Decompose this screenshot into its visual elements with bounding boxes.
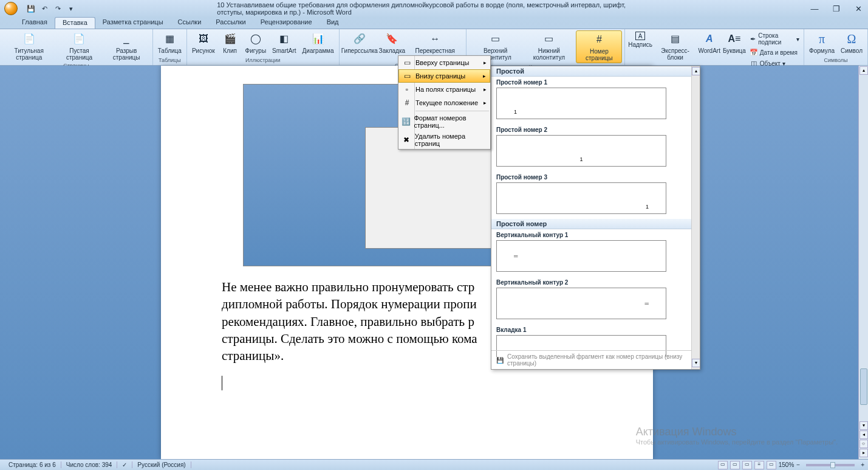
gallery-item-5[interactable]: Вертикальный контур 2 ═ <box>491 277 700 324</box>
dd-current-position[interactable]: #Текущее положение▸ <box>398 96 490 109</box>
dropcap-button[interactable]: A≡Буквица <box>722 30 747 55</box>
save-icon: 💾 <box>496 357 504 364</box>
status-proofing-icon[interactable]: ✓ <box>117 461 132 468</box>
table-icon: ▦ <box>162 32 177 46</box>
save-icon[interactable]: 💾 <box>26 3 36 14</box>
gallery-item-4[interactable]: Вертикальный контур 1 ═ <box>491 229 700 277</box>
gallery-item-3[interactable]: Простой номер 3 1 <box>491 171 700 219</box>
view-print-layout[interactable]: ▭ <box>718 461 728 469</box>
chevron-right-icon: ▸ <box>484 60 487 66</box>
bookmark-button[interactable]: 🔖Закладка <box>378 30 406 55</box>
scroll-thumb[interactable] <box>860 368 867 405</box>
wordart-icon: A <box>702 32 717 46</box>
browse-object-icon[interactable]: ○ <box>859 440 868 448</box>
break-icon: ⎯ <box>119 32 134 46</box>
wordart-button[interactable]: AWordArt <box>697 30 721 55</box>
bookmark-icon: 🔖 <box>384 32 399 46</box>
hyperlink-button[interactable]: 🔗Гиперссылка <box>342 30 378 55</box>
tab-review[interactable]: Рецензирование <box>253 17 320 29</box>
statusbar: Страница: 6 из 6 Число слов: 394 ✓ Русск… <box>0 459 868 470</box>
view-outline[interactable]: ≡ <box>754 461 764 469</box>
dd-top-of-page[interactable]: ▭Вверху страницы▸ <box>398 56 490 69</box>
gallery-item-1[interactable]: Простой номер 1 1 <box>491 77 700 124</box>
header-icon: ▭ <box>488 32 503 46</box>
close-button[interactable]: ✕ <box>851 3 866 14</box>
link-icon: 🔗 <box>352 32 367 46</box>
view-draft[interactable]: ▭ <box>767 461 776 469</box>
footer-button[interactable]: ▭Нижний колонтитул <box>523 30 575 62</box>
zoom-out-button[interactable]: − <box>796 461 800 468</box>
picture-button[interactable]: 🖼Рисунок <box>190 30 217 55</box>
view-fullscreen[interactable]: ▭ <box>730 461 740 469</box>
signature-line-button[interactable]: ✒Строка подписи ▾ <box>748 32 801 46</box>
shapes-button[interactable]: ◯Фигуры <box>243 30 268 55</box>
gallery-scrollbar[interactable]: ▴ ▾ <box>691 66 700 369</box>
chevron-right-icon: ▸ <box>484 86 487 92</box>
signature-icon: ✒ <box>750 35 756 43</box>
tab-view[interactable]: Вид <box>320 17 346 29</box>
clip-button[interactable]: 🎬Клип <box>219 30 242 55</box>
picture-icon: 🖼 <box>196 32 211 46</box>
remove-icon: ✖ <box>401 135 412 145</box>
minimize-button[interactable]: — <box>807 3 822 14</box>
page-break-button[interactable]: ⎯Разрыв страницы <box>103 30 150 62</box>
status-language[interactable]: Русский (Россия) <box>132 461 191 468</box>
tab-layout[interactable]: Разметка страницы <box>95 17 171 29</box>
crossref-icon: ↔ <box>428 32 442 46</box>
cover-page-button[interactable]: 📄Титульная страница <box>2 30 55 62</box>
clip-icon: 🎬 <box>223 32 238 46</box>
dd-format-numbers[interactable]: 🔢Формат номеров страниц... <box>398 112 490 131</box>
scroll-up-icon[interactable]: ▴ <box>692 67 700 75</box>
smartart-button[interactable]: ◧SmartArt <box>270 30 298 55</box>
tab-home[interactable]: Главная <box>15 17 55 29</box>
equation-button[interactable]: πФормула <box>807 30 837 55</box>
pagenum-gallery: Простой Простой номер 1 1 Простой номер … <box>491 66 700 370</box>
textbox-icon: A <box>635 32 645 40</box>
blank-page-button[interactable]: 📄Пустая страница <box>56 30 101 62</box>
textbox-button[interactable]: AНадпись <box>627 30 652 49</box>
quickparts-button[interactable]: ▤Экспресс-блоки <box>654 30 697 62</box>
dd-remove-numbers[interactable]: ✖Удалить номера страниц <box>398 131 490 149</box>
window-title: 10 Устанавливаем общие требования для оф… <box>217 1 651 16</box>
office-button[interactable] <box>0 0 22 17</box>
redo-icon[interactable]: ↷ <box>52 3 63 14</box>
scroll-down-icon[interactable]: ▾ <box>859 421 868 430</box>
zoom-level[interactable]: 150% <box>779 461 795 468</box>
qat-customize-icon[interactable]: ▾ <box>66 3 77 14</box>
next-page-icon[interactable]: ▸ <box>859 449 868 457</box>
maximize-button[interactable]: ❐ <box>829 3 844 14</box>
dd-page-margins[interactable]: ▫На полях страницы▸ <box>398 83 490 96</box>
format-icon: 🔢 <box>401 117 411 126</box>
gallery-save-selection[interactable]: 💾 Сохранить выделенный фрагмент как номе… <box>491 350 691 369</box>
symbol-button[interactable]: ΩСимвол <box>838 30 865 55</box>
calendar-icon: 📅 <box>750 48 758 57</box>
chart-button[interactable]: 📊Диаграмма <box>300 30 337 55</box>
page-top-icon: ▭ <box>401 58 413 67</box>
scroll-up-icon[interactable]: ▴ <box>859 66 868 75</box>
datetime-button[interactable]: 📅Дата и время <box>748 47 801 57</box>
zoom-slider[interactable] <box>806 464 855 466</box>
pos-icon: # <box>401 98 413 108</box>
status-words[interactable]: Число слов: 394 <box>61 461 118 468</box>
gallery-item-2[interactable]: Простой номер 2 1 <box>491 124 700 171</box>
table-button[interactable]: ▦Таблица <box>155 30 184 55</box>
tab-insert[interactable]: Вставка <box>55 17 95 29</box>
view-web[interactable]: ▭ <box>742 461 752 469</box>
prev-page-icon[interactable]: ◂ <box>859 430 868 439</box>
dd-bottom-of-page[interactable]: ▭Внизу страницы▸ <box>398 69 490 83</box>
pagenum-dropdown: ▭Вверху страницы▸ ▭Внизу страницы▸ ▫На п… <box>398 55 491 150</box>
vertical-scrollbar[interactable]: ▴ ▾ ◂ ○ ▸ <box>858 66 868 459</box>
tab-mail[interactable]: Рассылки <box>208 17 253 29</box>
undo-icon[interactable]: ↶ <box>39 3 50 14</box>
zoom-in-button[interactable]: + <box>861 461 864 468</box>
chevron-right-icon: ▸ <box>483 73 486 79</box>
scroll-down-icon[interactable]: ▾ <box>692 359 700 367</box>
quick-access-toolbar: 💾 ↶ ↷ ▾ <box>22 3 80 14</box>
tab-refs[interactable]: Ссылки <box>171 17 209 29</box>
smartart-icon: ◧ <box>277 32 292 46</box>
status-page[interactable]: Страница: 6 из 6 <box>4 461 61 468</box>
page-number-button[interactable]: #Номер страницы <box>576 30 622 63</box>
chevron-right-icon: ▸ <box>484 100 487 106</box>
pagenum-icon: # <box>592 32 606 47</box>
activation-watermark: Активация Windows Чтобы активировать Win… <box>636 426 838 446</box>
